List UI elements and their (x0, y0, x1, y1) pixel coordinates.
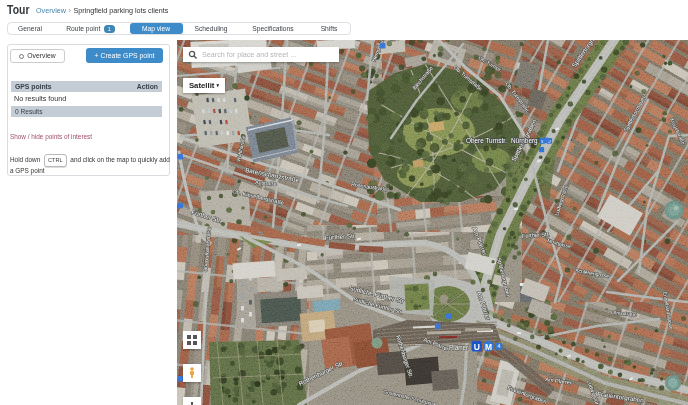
svg-text:M: M (485, 342, 492, 352)
svg-text:Plärrer: Plärrer (449, 344, 469, 351)
svg-text:Obere Turnstr.: Obere Turnstr. (466, 137, 507, 144)
svg-text:4: 4 (497, 343, 500, 349)
svg-text:Nürnberg: Nürnberg (511, 137, 538, 145)
svg-text:U: U (474, 342, 480, 352)
